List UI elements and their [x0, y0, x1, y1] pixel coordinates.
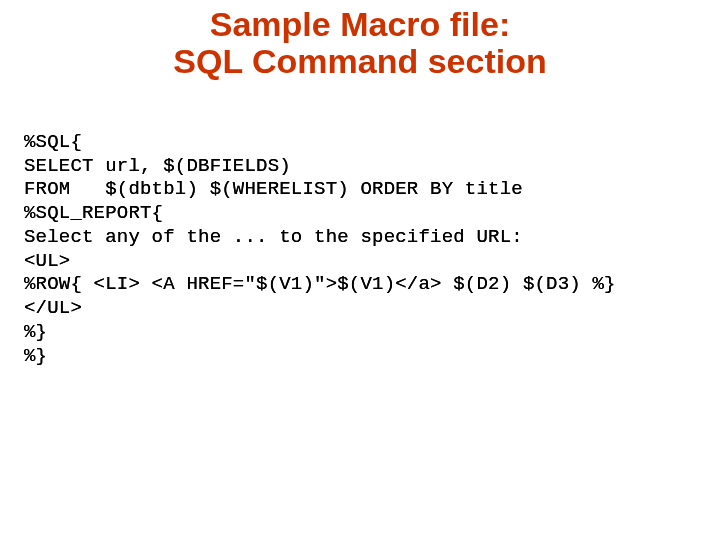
title-line-1: Sample Macro file: — [210, 5, 510, 43]
slide: Sample Macro file: SQL Command section %… — [0, 6, 720, 540]
code-line: %SQL{ — [24, 131, 82, 153]
code-line: </UL> — [24, 297, 82, 319]
code-line: SELECT url, $(DBFIELDS) — [24, 155, 291, 177]
code-block: %SQL{ SELECT url, $(DBFIELDS) FROM $(dbt… — [24, 131, 720, 369]
title-line-2: SQL Command section — [173, 42, 546, 80]
code-line: %} — [24, 345, 47, 367]
code-line: %ROW{ <LI> <A HREF="$(V1)">$(V1)</a> $(D… — [24, 273, 616, 295]
code-line: Select any of the ... to the specified U… — [24, 226, 523, 248]
code-line: <UL> — [24, 250, 70, 272]
slide-title: Sample Macro file: SQL Command section — [0, 6, 720, 81]
code-line: FROM $(dbtbl) $(WHERELIST) ORDER BY titl… — [24, 178, 523, 200]
code-line: %SQL_REPORT{ — [24, 202, 163, 224]
code-line: %} — [24, 321, 47, 343]
